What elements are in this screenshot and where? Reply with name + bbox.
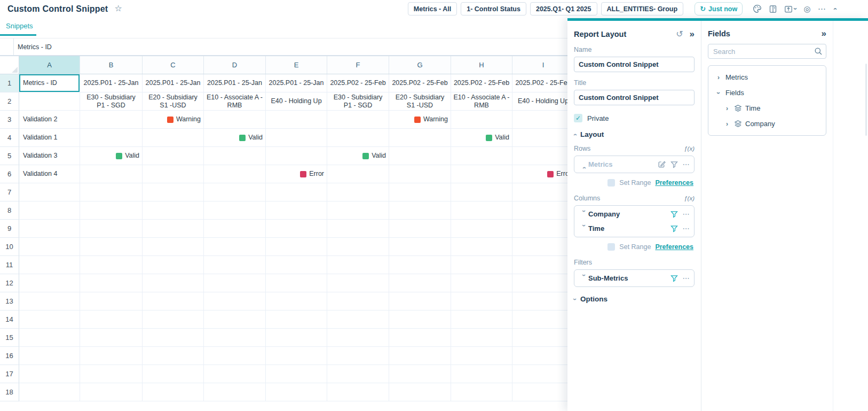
fields-search-input[interactable]: [708, 44, 826, 59]
cell-E8[interactable]: [266, 201, 327, 220]
cell-A14[interactable]: [19, 311, 80, 329]
cell-C11[interactable]: [143, 256, 204, 274]
filter-funnel-icon[interactable]: [670, 211, 678, 218]
cell-I16[interactable]: [512, 347, 574, 365]
cell-F13[interactable]: [327, 292, 389, 311]
cell-D12[interactable]: [204, 274, 266, 292]
cell-G9[interactable]: [389, 220, 451, 238]
cell-B8[interactable]: [80, 201, 143, 220]
cell-D18[interactable]: [204, 383, 266, 401]
cell-G15[interactable]: [389, 329, 451, 347]
cell-H6[interactable]: [451, 165, 512, 183]
cell-H13[interactable]: [451, 292, 512, 311]
cell-F9[interactable]: [327, 220, 389, 238]
cell-H2[interactable]: E10 - Associate A - RMB: [451, 92, 512, 111]
cell-H16[interactable]: [451, 347, 512, 365]
cell-E6[interactable]: Error: [266, 165, 327, 183]
row-header-1[interactable]: 1: [0, 74, 19, 92]
cell-C6[interactable]: [143, 165, 204, 183]
view-selector-button-1[interactable]: 1- Control Status: [461, 2, 526, 15]
cell-H18[interactable]: [451, 383, 512, 401]
columns-field-time[interactable]: ›Time⋯: [574, 221, 694, 236]
row-header-16[interactable]: 16: [0, 347, 19, 365]
cell-I6[interactable]: Error: [512, 165, 574, 183]
row-header-2[interactable]: 2: [0, 92, 19, 111]
rows-fx-button[interactable]: ƒ(x): [684, 145, 695, 152]
cell-F14[interactable]: [327, 311, 389, 329]
field-more-icon[interactable]: ⋯: [683, 224, 690, 232]
cell-D8[interactable]: [204, 201, 266, 220]
cell-C2[interactable]: E20 - Subsidiary S1 -USD: [143, 92, 204, 111]
cell-E16[interactable]: [266, 347, 327, 365]
cell-H4[interactable]: Valid: [451, 129, 512, 147]
row-header-6[interactable]: 6: [0, 165, 19, 183]
cell-B4[interactable]: [80, 129, 143, 147]
reset-layout-icon[interactable]: ↺: [676, 29, 683, 39]
cell-A6[interactable]: Validation 4: [19, 165, 80, 183]
filter-funnel-icon[interactable]: [670, 225, 678, 232]
cell-C3[interactable]: Warning: [143, 111, 204, 129]
cell-E18[interactable]: [266, 383, 327, 401]
filter-funnel-icon[interactable]: [670, 161, 678, 168]
cell-E9[interactable]: [266, 220, 327, 238]
row-header-15[interactable]: 15: [0, 329, 19, 347]
cell-G18[interactable]: [389, 383, 451, 401]
collapse-header-icon[interactable]: ›: [831, 7, 838, 10]
column-header-H[interactable]: H: [451, 56, 512, 74]
scrollbar-thumb[interactable]: [865, 64, 867, 136]
cell-I13[interactable]: [512, 292, 574, 311]
cell-H8[interactable]: [451, 201, 512, 220]
row-header-7[interactable]: 7: [0, 183, 19, 201]
select-all-corner[interactable]: [0, 56, 19, 74]
cell-H10[interactable]: [451, 238, 512, 256]
row-header-3[interactable]: 3: [0, 111, 19, 129]
cell-G6[interactable]: [389, 165, 451, 183]
row-header-5[interactable]: 5: [0, 147, 19, 165]
cell-C7[interactable]: [143, 183, 204, 201]
column-header-B[interactable]: B: [80, 56, 143, 74]
cell-G8[interactable]: [389, 201, 451, 220]
private-checkbox[interactable]: ✓: [574, 114, 582, 122]
cell-D4[interactable]: Valid: [204, 129, 266, 147]
cell-C12[interactable]: [143, 274, 204, 292]
refresh-button[interactable]: ↻ Just now: [695, 2, 743, 15]
cell-B14[interactable]: [80, 311, 143, 329]
cell-A5[interactable]: Validation 3: [19, 147, 80, 165]
cell-A12[interactable]: [19, 274, 80, 292]
view-selector-button-3[interactable]: ALL_ENTITIES- Group: [601, 2, 684, 15]
cell-F12[interactable]: [327, 274, 389, 292]
export-button[interactable]: ›: [784, 5, 796, 13]
cell-H14[interactable]: [451, 311, 512, 329]
cell-F8[interactable]: [327, 201, 389, 220]
cell-H11[interactable]: [451, 256, 512, 274]
cell-D16[interactable]: [204, 347, 266, 365]
cell-C14[interactable]: [143, 311, 204, 329]
cell-B13[interactable]: [80, 292, 143, 311]
cell-D11[interactable]: [204, 256, 266, 274]
cell-D15[interactable]: [204, 329, 266, 347]
cell-E14[interactable]: [266, 311, 327, 329]
cell-G10[interactable]: [389, 238, 451, 256]
private-checkbox-row[interactable]: ✓ Private: [574, 114, 695, 122]
tree-item-company[interactable]: ›Company: [708, 116, 826, 131]
edit-icon[interactable]: [658, 160, 666, 168]
cell-G13[interactable]: [389, 292, 451, 311]
cell-H9[interactable]: [451, 220, 512, 238]
cell-G11[interactable]: [389, 256, 451, 274]
cell-D10[interactable]: [204, 238, 266, 256]
row-header-10[interactable]: 10: [0, 238, 19, 256]
cell-C9[interactable]: [143, 220, 204, 238]
favorite-star-icon[interactable]: ☆: [114, 3, 122, 13]
cell-B1[interactable]: 2025.P01 - 25-Jan: [80, 74, 143, 92]
column-header-G[interactable]: G: [389, 56, 451, 74]
cell-F17[interactable]: [327, 365, 389, 383]
cell-F2[interactable]: E30 - Subsidiary P1 - SGD: [327, 92, 389, 111]
theme-palette-icon[interactable]: [753, 4, 762, 13]
cell-I11[interactable]: [512, 256, 574, 274]
cell-C5[interactable]: [143, 147, 204, 165]
name-box[interactable]: [0, 38, 14, 55]
cell-D3[interactable]: [204, 111, 266, 129]
tree-item-time[interactable]: ›Time: [708, 100, 826, 116]
cell-B17[interactable]: [80, 365, 143, 383]
cell-E5[interactable]: [266, 147, 327, 165]
